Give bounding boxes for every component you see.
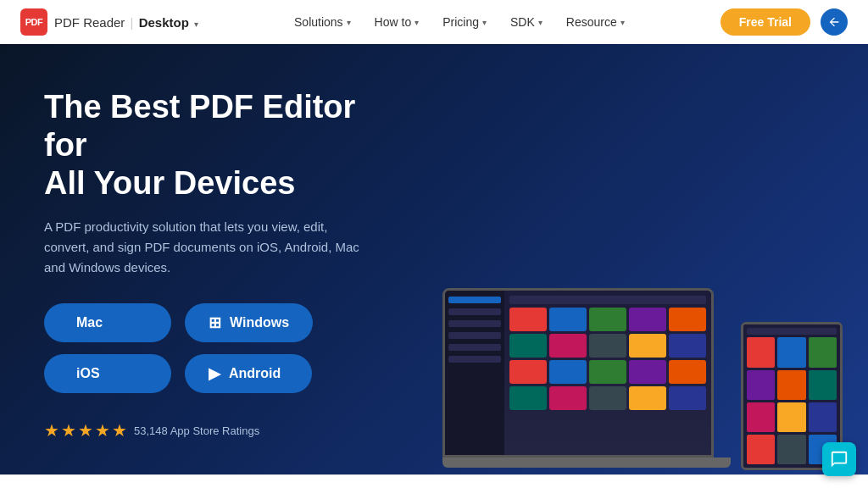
app-sidebar [445, 291, 504, 455]
doc-card-20 [669, 386, 706, 410]
chat-support-button[interactable] [822, 442, 856, 476]
star-2: ★ [61, 420, 76, 441]
star-half: ★ [112, 420, 127, 441]
windows-icon: ⊞ [209, 313, 221, 332]
android-button[interactable]: ▶ Android [185, 354, 312, 393]
tablet-card-3 [809, 337, 837, 367]
hero-subtitle: A PDF productivity solution that lets yo… [44, 217, 366, 278]
hero-devices [434, 44, 868, 474]
windows-button[interactable]: ⊞ Windows [185, 303, 313, 342]
android-icon: ▶ [209, 364, 220, 383]
logo-icon: PDF [20, 8, 47, 36]
doc-card-6 [509, 334, 547, 358]
doc-card-8 [589, 334, 626, 358]
tablet-card-2 [777, 337, 805, 367]
tablet-topbar [747, 328, 837, 335]
nav-resource[interactable]: Resource ▾ [566, 15, 625, 29]
doc-card-7 [549, 334, 587, 358]
laptop-base [442, 458, 731, 468]
hero-content: The Best PDF Editor for All Your Devices… [0, 44, 434, 474]
doc-card-10 [669, 334, 706, 358]
doc-card-18 [589, 386, 626, 410]
tablet-card-9 [809, 402, 837, 432]
doc-card-3 [589, 308, 626, 331]
ios-button[interactable]: iOS [44, 354, 171, 393]
doc-card-1 [509, 308, 547, 331]
brand-name: PDF Reader | Desktop ▾ [54, 15, 198, 30]
doc-card-16 [509, 386, 547, 410]
ratings-count: 53,148 App Store Ratings [134, 424, 259, 437]
tablet-card-8 [777, 402, 805, 432]
laptop-screen [442, 288, 714, 458]
navbar: PDF PDF Reader | Desktop ▾ Solutions ▾ H… [0, 0, 868, 44]
star-rating: ★ ★ ★ ★ ★ [44, 420, 127, 441]
tablet-card-1 [747, 337, 775, 367]
btn-row-desktop: Mac ⊞ Windows [44, 303, 390, 342]
navbar-actions: Free Trial [721, 8, 848, 36]
laptop-mockup [442, 288, 731, 474]
doc-card-13 [589, 360, 626, 384]
doc-card-12 [549, 360, 587, 384]
doc-card-14 [629, 360, 666, 384]
sidebar-item-6 [448, 356, 501, 363]
doc-card-11 [509, 360, 547, 384]
doc-card-5 [669, 308, 706, 331]
app-main-area [504, 291, 711, 455]
sidebar-item-2 [448, 308, 501, 315]
star-1: ★ [44, 420, 59, 441]
app-ui-laptop [445, 291, 711, 455]
star-3: ★ [78, 420, 93, 441]
free-trial-button[interactable]: Free Trial [721, 8, 810, 36]
btn-row-mobile: iOS ▶ Android [44, 354, 390, 393]
tablet-card-6 [809, 370, 837, 400]
tablet-card-7 [747, 402, 775, 432]
chat-icon [830, 450, 849, 469]
tablet-card-10 [747, 435, 775, 464]
doc-card-17 [549, 386, 587, 410]
tablet-card-11 [777, 435, 805, 464]
doc-card-15 [669, 360, 706, 384]
nav-pricing[interactable]: Pricing ▾ [442, 15, 487, 29]
doc-card-4 [629, 308, 666, 331]
back-button[interactable] [821, 8, 848, 36]
tablet-card-5 [777, 370, 805, 400]
sidebar-item-4 [448, 332, 501, 339]
nav-solutions[interactable]: Solutions ▾ [294, 15, 351, 29]
doc-card-9 [629, 334, 666, 358]
doc-card-2 [549, 308, 587, 331]
doc-card-19 [629, 386, 666, 410]
awards-section: 🌿 Top 1 Free App on the Mac App Store 🌿 … [0, 474, 868, 488]
sidebar-item-5 [448, 344, 501, 351]
nav-howto[interactable]: How to ▾ [375, 15, 420, 29]
star-4: ★ [95, 420, 110, 441]
logo-area: PDF PDF Reader | Desktop ▾ [20, 8, 198, 36]
tablet-card-4 [747, 370, 775, 400]
app-topbar [509, 296, 706, 304]
nav-sdk[interactable]: SDK ▾ [510, 15, 542, 29]
hero-section: The Best PDF Editor for All Your Devices… [0, 44, 868, 474]
mac-button[interactable]: Mac [44, 303, 171, 342]
main-nav: Solutions ▾ How to ▾ Pricing ▾ SDK ▾ Res… [294, 15, 625, 29]
app-document-grid [509, 308, 706, 410]
platform-buttons: Mac ⊞ Windows iOS ▶ Android [44, 303, 390, 393]
device-mockup [434, 61, 851, 474]
back-arrow-icon [827, 15, 841, 29]
hero-title: The Best PDF Editor for All Your Devices [44, 88, 390, 202]
ratings-area: ★ ★ ★ ★ ★ 53,148 App Store Ratings [44, 420, 390, 441]
sidebar-item-3 [448, 320, 501, 327]
sidebar-item-1 [448, 297, 501, 303]
